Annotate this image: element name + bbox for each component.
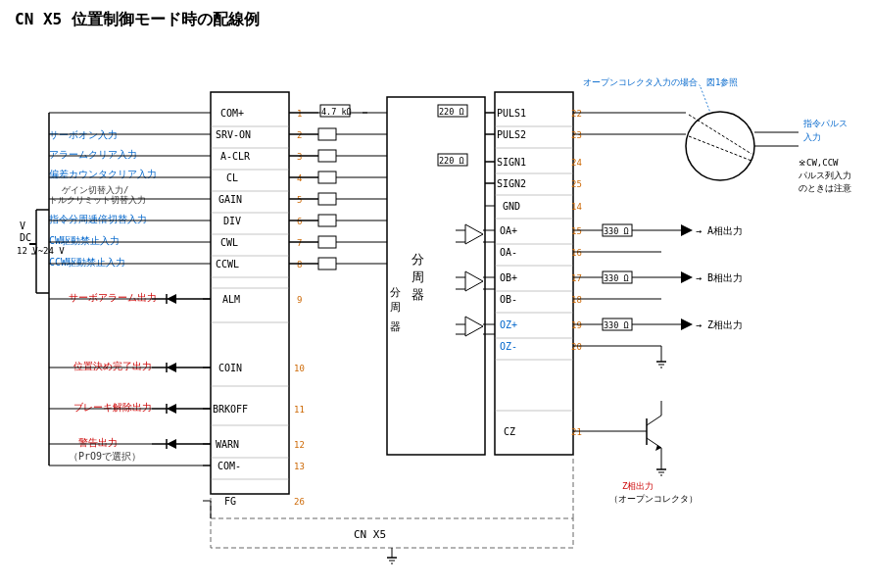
svg-text:CZ: CZ: [504, 426, 515, 437]
svg-text:パルス列入力: パルス列入力: [798, 171, 851, 180]
svg-text:DC: DC: [20, 232, 31, 243]
svg-marker-129: [167, 439, 176, 449]
svg-text:330 Ω: 330 Ω: [604, 273, 629, 283]
svg-text:9: 9: [297, 295, 302, 305]
svg-rect-105: [318, 193, 336, 205]
svg-text:アラームクリア入力: アラームクリア入力: [49, 149, 137, 160]
svg-text:指令パルス: 指令パルス: [802, 119, 848, 128]
diagram-area: V DC 12 V~24 V COM+ 1 SRV-ON 2 A-CLR: [15, 38, 857, 587]
svg-text:周: 周: [412, 270, 424, 284]
svg-text:4.7 kΩ: 4.7 kΩ: [321, 107, 352, 117]
svg-text:FG: FG: [224, 496, 236, 507]
svg-text:PULS1: PULS1: [497, 108, 526, 119]
svg-text:OA-: OA-: [500, 247, 517, 258]
svg-text:Z相出力: Z相出力: [622, 481, 654, 491]
svg-text:12: 12: [294, 440, 305, 450]
svg-marker-232: [681, 271, 693, 283]
svg-rect-99: [318, 150, 336, 162]
svg-text:16: 16: [571, 248, 582, 258]
svg-text:12 V~24 V: 12 V~24 V: [17, 246, 65, 256]
svg-text:17: 17: [571, 273, 582, 283]
svg-text:→ B相出力: → B相出力: [696, 272, 743, 283]
svg-rect-108: [318, 215, 336, 226]
svg-text:21: 21: [571, 427, 582, 437]
svg-marker-235: [681, 318, 693, 330]
svg-text:CW駆動禁止入力: CW駆動禁止入力: [49, 235, 120, 246]
svg-text:CWL: CWL: [220, 237, 238, 248]
svg-text:BRKOFF: BRKOFF: [213, 404, 248, 415]
svg-text:→ Z相出力: → Z相出力: [696, 319, 743, 330]
svg-text:330 Ω: 330 Ω: [604, 226, 629, 236]
svg-text:CCWL: CCWL: [216, 259, 239, 270]
svg-text:OB+: OB+: [500, 272, 517, 283]
svg-text:のときは注意: のときは注意: [799, 183, 851, 193]
svg-text:13: 13: [294, 462, 305, 471]
svg-text:15: 15: [571, 226, 582, 236]
svg-line-257: [647, 416, 661, 425]
svg-text:23: 23: [571, 130, 582, 140]
svg-text:COM+: COM+: [220, 108, 244, 119]
svg-text:→ A相出力: → A相出力: [696, 225, 743, 236]
svg-text:CCW駆動禁止入力: CCW駆動禁止入力: [49, 257, 125, 268]
svg-text:ALM: ALM: [222, 294, 240, 305]
svg-text:ブレーキ解除出力: ブレーキ解除出力: [73, 402, 152, 413]
svg-text:警告出力: 警告出力: [78, 437, 118, 448]
svg-rect-111: [318, 236, 336, 248]
svg-text:3: 3: [297, 152, 302, 162]
svg-point-240: [686, 112, 754, 180]
svg-text:330 Ω: 330 Ω: [604, 320, 629, 330]
svg-text:6: 6: [297, 217, 302, 226]
svg-text:位置決め完了出力: 位置決め完了出力: [73, 361, 152, 371]
svg-text:CL: CL: [226, 172, 238, 183]
svg-text:18: 18: [571, 295, 582, 305]
svg-text:8: 8: [297, 260, 302, 270]
page-container: CN X5 位置制御モード時の配線例 V DC 12 V~24 V COM+ 1: [0, 0, 872, 588]
svg-text:OB-: OB-: [500, 294, 517, 305]
svg-text:2: 2: [297, 130, 302, 140]
svg-text:PULS2: PULS2: [497, 129, 526, 140]
svg-text:分: 分: [412, 252, 424, 267]
svg-marker-125: [167, 404, 176, 414]
svg-text:20: 20: [571, 342, 582, 352]
svg-text:器: 器: [412, 287, 424, 302]
page-title: CN X5 位置制御モード時の配線例: [15, 10, 857, 30]
svg-text:DIV: DIV: [223, 216, 241, 226]
svg-marker-259: [655, 445, 661, 451]
svg-text:SRV-ON: SRV-ON: [216, 129, 251, 140]
svg-line-250: [701, 87, 710, 113]
svg-text:4: 4: [297, 173, 302, 183]
svg-text:A-CLR: A-CLR: [220, 151, 251, 162]
svg-text:26: 26: [294, 497, 305, 507]
svg-text:5: 5: [297, 195, 302, 205]
svg-text:（オープンコレクタ）: （オープンコレクタ）: [609, 494, 698, 504]
svg-text:トルクリミット切替入力: トルクリミット切替入力: [49, 195, 146, 205]
svg-text:220 Ω: 220 Ω: [439, 156, 464, 166]
svg-text:※CW,CCW: ※CW,CCW: [799, 158, 839, 168]
svg-text:7: 7: [297, 238, 302, 248]
svg-rect-102: [318, 172, 336, 183]
svg-text:COIN: COIN: [218, 363, 242, 373]
svg-text:（PrO9で選択）: （PrO9で選択）: [69, 451, 141, 462]
svg-text:19: 19: [571, 320, 582, 330]
svg-text:SIGN2: SIGN2: [497, 178, 526, 189]
svg-text:オープンコレクタ入力の場合、図1参照: オープンコレクタ入力の場合、図1参照: [583, 77, 738, 87]
svg-text:22: 22: [571, 109, 582, 119]
svg-text:SIGN1: SIGN1: [497, 157, 526, 168]
svg-rect-267: [211, 518, 573, 548]
svg-text:GAIN: GAIN: [218, 194, 242, 205]
svg-text:11: 11: [294, 405, 305, 415]
svg-text:指令分周逓倍切替入力: 指令分周逓倍切替入力: [48, 214, 147, 224]
svg-rect-96: [318, 128, 336, 140]
svg-text:OA+: OA+: [500, 225, 517, 236]
svg-text:10: 10: [294, 364, 305, 373]
svg-marker-117: [167, 294, 176, 304]
svg-text:COM-: COM-: [218, 461, 241, 471]
svg-text:サーボアラーム出力: サーボアラーム出力: [69, 292, 157, 303]
svg-text:220 Ω: 220 Ω: [439, 107, 464, 117]
svg-text:WARN: WARN: [216, 439, 239, 450]
svg-text:入力: 入力: [803, 132, 821, 142]
vdc-label: V: [20, 220, 25, 231]
svg-text:25: 25: [571, 179, 582, 189]
svg-text:1: 1: [297, 109, 302, 119]
svg-text:ゲイン切替入力/: ゲイン切替入力/: [62, 185, 128, 195]
